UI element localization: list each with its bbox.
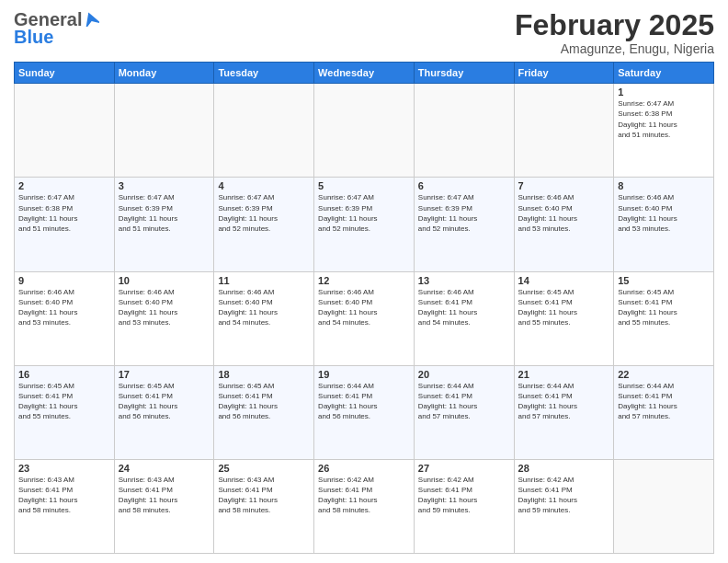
day-number: 27 (418, 463, 510, 474)
day-number: 1 (618, 86, 710, 98)
day-number: 17 (119, 369, 210, 380)
day-info: Sunrise: 6:45 AM Sunset: 6:41 PM Dayligh… (518, 287, 610, 328)
day-number: 11 (218, 275, 310, 286)
day-header-tuesday: Tuesday (214, 63, 314, 84)
day-info: Sunrise: 6:47 AM Sunset: 6:38 PM Dayligh… (618, 98, 710, 140)
day-header-friday: Friday (514, 63, 614, 84)
day-cell: 18Sunrise: 6:45 AM Sunset: 6:41 PM Dayli… (214, 365, 314, 459)
day-cell: 14Sunrise: 6:45 AM Sunset: 6:41 PM Dayli… (514, 271, 614, 365)
day-cell: 13Sunrise: 6:46 AM Sunset: 6:41 PM Dayli… (414, 271, 514, 365)
day-cell: 27Sunrise: 6:42 AM Sunset: 6:41 PM Dayli… (414, 459, 514, 553)
day-info: Sunrise: 6:47 AM Sunset: 6:39 PM Dayligh… (218, 192, 310, 234)
day-info: Sunrise: 6:42 AM Sunset: 6:41 PM Dayligh… (418, 475, 510, 516)
day-info: Sunrise: 6:44 AM Sunset: 6:41 PM Dayligh… (618, 381, 710, 422)
day-info: Sunrise: 6:44 AM Sunset: 6:41 PM Dayligh… (418, 381, 510, 422)
day-info: Sunrise: 6:47 AM Sunset: 6:38 PM Dayligh… (18, 192, 110, 234)
day-number: 21 (518, 369, 610, 380)
day-number: 3 (119, 180, 210, 191)
page: General Blue February 2025 Amagunze, Enu… (0, 0, 728, 563)
day-number: 19 (318, 369, 410, 380)
week-row-1: 1Sunrise: 6:47 AM Sunset: 6:38 PM Daylig… (15, 84, 714, 178)
day-cell: 20Sunrise: 6:44 AM Sunset: 6:41 PM Dayli… (414, 365, 514, 459)
day-number: 16 (18, 369, 110, 380)
day-number: 26 (318, 463, 410, 474)
day-cell: 12Sunrise: 6:46 AM Sunset: 6:40 PM Dayli… (314, 271, 415, 365)
day-cell: 25Sunrise: 6:43 AM Sunset: 6:41 PM Dayli… (214, 459, 314, 553)
calendar-header-row: SundayMondayTuesdayWednesdayThursdayFrid… (15, 63, 714, 84)
day-cell: 10Sunrise: 6:46 AM Sunset: 6:40 PM Dayli… (114, 271, 214, 365)
day-cell: 4Sunrise: 6:47 AM Sunset: 6:39 PM Daylig… (214, 178, 314, 271)
day-cell (15, 84, 115, 178)
day-info: Sunrise: 6:45 AM Sunset: 6:41 PM Dayligh… (618, 287, 710, 328)
day-cell: 19Sunrise: 6:44 AM Sunset: 6:41 PM Dayli… (314, 365, 415, 459)
day-cell: 9Sunrise: 6:46 AM Sunset: 6:40 PM Daylig… (15, 271, 115, 365)
day-number: 13 (418, 275, 510, 286)
day-number: 20 (418, 369, 510, 380)
day-info: Sunrise: 6:44 AM Sunset: 6:41 PM Dayligh… (518, 381, 610, 422)
header: General Blue February 2025 Amagunze, Enu… (14, 9, 714, 56)
day-header-wednesday: Wednesday (314, 63, 415, 84)
logo-blue-text: Blue (14, 27, 53, 48)
day-info: Sunrise: 6:42 AM Sunset: 6:41 PM Dayligh… (518, 475, 610, 516)
day-header-thursday: Thursday (414, 63, 514, 84)
day-cell: 2Sunrise: 6:47 AM Sunset: 6:38 PM Daylig… (15, 178, 115, 271)
day-number: 23 (18, 463, 110, 474)
day-cell: 23Sunrise: 6:43 AM Sunset: 6:41 PM Dayli… (15, 459, 115, 553)
day-info: Sunrise: 6:42 AM Sunset: 6:41 PM Dayligh… (318, 475, 410, 516)
day-cell: 21Sunrise: 6:44 AM Sunset: 6:41 PM Dayli… (514, 365, 614, 459)
day-number: 15 (618, 275, 710, 286)
day-info: Sunrise: 6:46 AM Sunset: 6:41 PM Dayligh… (418, 287, 510, 328)
day-info: Sunrise: 6:45 AM Sunset: 6:41 PM Dayligh… (218, 381, 310, 422)
day-number: 2 (18, 180, 110, 191)
day-number: 18 (218, 369, 310, 380)
week-row-5: 23Sunrise: 6:43 AM Sunset: 6:41 PM Dayli… (15, 459, 714, 553)
day-cell: 22Sunrise: 6:44 AM Sunset: 6:41 PM Dayli… (614, 365, 714, 459)
week-row-2: 2Sunrise: 6:47 AM Sunset: 6:38 PM Daylig… (15, 178, 714, 271)
day-cell: 6Sunrise: 6:47 AM Sunset: 6:39 PM Daylig… (414, 178, 514, 271)
month-title: February 2025 (515, 9, 714, 41)
logo: General Blue (14, 9, 99, 48)
day-number: 9 (18, 275, 110, 286)
logo-bird-icon (83, 12, 99, 27)
title-block: February 2025 Amagunze, Enugu, Nigeria (515, 9, 714, 56)
day-info: Sunrise: 6:47 AM Sunset: 6:39 PM Dayligh… (318, 192, 410, 234)
day-info: Sunrise: 6:43 AM Sunset: 6:41 PM Dayligh… (119, 475, 210, 516)
day-cell: 11Sunrise: 6:46 AM Sunset: 6:40 PM Dayli… (214, 271, 314, 365)
day-cell: 1Sunrise: 6:47 AM Sunset: 6:38 PM Daylig… (614, 84, 714, 178)
day-info: Sunrise: 6:46 AM Sunset: 6:40 PM Dayligh… (218, 287, 310, 328)
day-cell: 3Sunrise: 6:47 AM Sunset: 6:39 PM Daylig… (114, 178, 214, 271)
day-info: Sunrise: 6:45 AM Sunset: 6:41 PM Dayligh… (18, 381, 110, 422)
day-number: 6 (418, 180, 510, 191)
day-cell (514, 84, 614, 178)
day-number: 25 (218, 463, 310, 474)
day-header-saturday: Saturday (614, 63, 714, 84)
day-number: 24 (119, 463, 210, 474)
day-cell: 8Sunrise: 6:46 AM Sunset: 6:40 PM Daylig… (614, 178, 714, 271)
day-cell: 17Sunrise: 6:45 AM Sunset: 6:41 PM Dayli… (114, 365, 214, 459)
day-number: 22 (618, 369, 710, 380)
day-cell: 7Sunrise: 6:46 AM Sunset: 6:40 PM Daylig… (514, 178, 614, 271)
day-cell: 28Sunrise: 6:42 AM Sunset: 6:41 PM Dayli… (514, 459, 614, 553)
day-info: Sunrise: 6:46 AM Sunset: 6:40 PM Dayligh… (119, 287, 210, 328)
day-info: Sunrise: 6:45 AM Sunset: 6:41 PM Dayligh… (119, 381, 210, 422)
day-cell: 15Sunrise: 6:45 AM Sunset: 6:41 PM Dayli… (614, 271, 714, 365)
location: Amagunze, Enugu, Nigeria (515, 41, 714, 56)
day-header-monday: Monday (114, 63, 214, 84)
day-info: Sunrise: 6:46 AM Sunset: 6:40 PM Dayligh… (318, 287, 410, 328)
day-number: 7 (518, 180, 610, 191)
day-header-sunday: Sunday (15, 63, 115, 84)
day-info: Sunrise: 6:43 AM Sunset: 6:41 PM Dayligh… (218, 475, 310, 516)
day-cell (114, 84, 214, 178)
day-info: Sunrise: 6:46 AM Sunset: 6:40 PM Dayligh… (518, 192, 610, 234)
day-cell: 16Sunrise: 6:45 AM Sunset: 6:41 PM Dayli… (15, 365, 115, 459)
week-row-4: 16Sunrise: 6:45 AM Sunset: 6:41 PM Dayli… (15, 365, 714, 459)
day-cell: 24Sunrise: 6:43 AM Sunset: 6:41 PM Dayli… (114, 459, 214, 553)
day-cell: 5Sunrise: 6:47 AM Sunset: 6:39 PM Daylig… (314, 178, 415, 271)
day-cell (314, 84, 415, 178)
day-info: Sunrise: 6:43 AM Sunset: 6:41 PM Dayligh… (18, 475, 110, 516)
day-number: 5 (318, 180, 410, 191)
day-info: Sunrise: 6:46 AM Sunset: 6:40 PM Dayligh… (18, 287, 110, 328)
day-number: 8 (618, 180, 710, 191)
week-row-3: 9Sunrise: 6:46 AM Sunset: 6:40 PM Daylig… (15, 271, 714, 365)
day-cell (614, 459, 714, 553)
